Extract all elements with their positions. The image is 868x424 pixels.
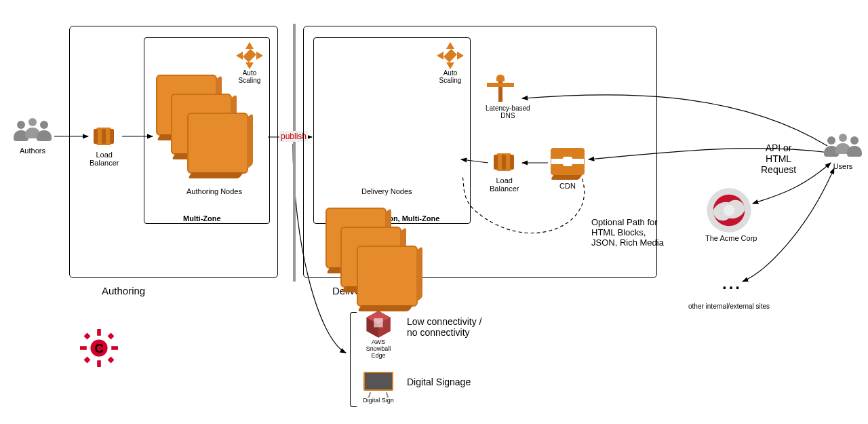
- cdn-group: CDN: [551, 148, 585, 190]
- authors-label: Authors: [14, 147, 52, 155]
- svg-rect-6: [97, 329, 101, 336]
- snowball-icon: [363, 309, 393, 339]
- svg-text:C: C: [94, 342, 103, 355]
- snowball-group: AWS Snowball Edge: [363, 309, 393, 360]
- authoring-autoscale: Auto Scaling: [236, 42, 263, 84]
- dns-label: Latency-based DNS: [486, 104, 530, 119]
- acme-label: The Acme Corp: [705, 234, 757, 242]
- request-label: API or HTML Request: [761, 142, 796, 175]
- delivery-nodes: [326, 208, 407, 303]
- svg-rect-30: [374, 318, 382, 327]
- authoring-lb-label: Load Balancer: [90, 151, 119, 167]
- cdn-label: CDN: [551, 182, 585, 190]
- ellipsis-label: ...: [722, 274, 742, 293]
- svg-rect-12: [84, 357, 91, 364]
- delivery-autoscale-label: Auto Scaling: [437, 69, 464, 84]
- svg-rect-13: [108, 357, 115, 364]
- autoscale-icon: [236, 42, 263, 69]
- users-icon: [14, 118, 52, 147]
- users-label: Users: [824, 162, 862, 170]
- users-icon: [824, 134, 862, 162]
- craftercms-logo-authoring: C: [80, 329, 118, 367]
- snowball-title: Low connectivity / no connectivity: [407, 316, 482, 338]
- authors-group: Authors: [14, 118, 52, 155]
- dns-icon: [486, 75, 515, 104]
- authoring-nodes-label: Authoring Nodes: [186, 187, 242, 195]
- signage-group: Digital Sign: [362, 370, 395, 404]
- autoscale-icon: [437, 42, 464, 69]
- authoring-zone-label: Multi-Zone: [183, 214, 221, 223]
- cdn-icon: [551, 148, 585, 175]
- svg-point-26: [724, 205, 734, 216]
- delivery-nodes-label: Delivery Nodes: [361, 187, 412, 195]
- load-balancer-icon: [90, 122, 118, 151]
- other-sites-label: other internal/external sites: [688, 303, 770, 310]
- delivery-lb: Load Balancer: [490, 148, 519, 193]
- authoring-title: Authoring: [102, 285, 145, 296]
- users-group: Users: [824, 134, 862, 170]
- acme-logo-icon: [705, 187, 753, 234]
- delivery-autoscale: Auto Scaling: [437, 42, 464, 84]
- authoring-nodes: [156, 75, 237, 170]
- svg-rect-8: [80, 346, 87, 350]
- svg-rect-7: [97, 360, 101, 367]
- signage-title: Digital Signage: [407, 377, 471, 387]
- load-balancer-icon: [490, 148, 518, 176]
- digital-sign-icon: [362, 370, 395, 398]
- signage-label: Digital Sign: [362, 398, 395, 404]
- acme-group: The Acme Corp: [705, 187, 757, 242]
- authoring-lb: Load Balancer: [90, 122, 119, 167]
- delivery-lb-label: Load Balancer: [490, 176, 519, 193]
- offline-bracket: [350, 312, 357, 407]
- svg-rect-10: [84, 333, 91, 340]
- optional-path-label: Optional Path for HTML Blocks, JSON, Ric…: [591, 217, 664, 248]
- snowball-label: AWS Snowball Edge: [363, 339, 393, 360]
- dns-group: Latency-based DNS: [486, 75, 530, 119]
- divider: [293, 24, 296, 282]
- authoring-autoscale-label: Auto Scaling: [236, 69, 263, 84]
- svg-rect-9: [111, 346, 118, 350]
- svg-rect-11: [108, 333, 115, 340]
